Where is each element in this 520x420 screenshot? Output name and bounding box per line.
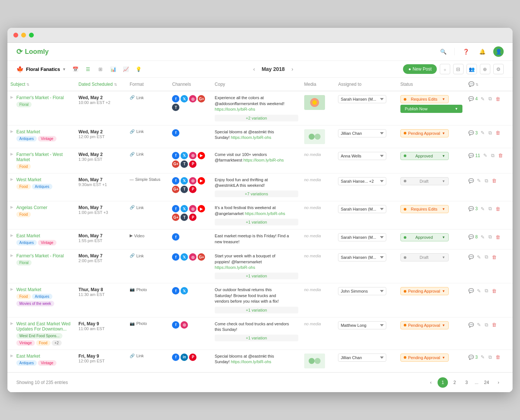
- status-chevron[interactable]: ▼: [442, 154, 445, 158]
- user-avatar[interactable]: 👤: [493, 46, 504, 57]
- delete-button[interactable]: 🗑: [491, 254, 497, 261]
- page-2-button[interactable]: 2: [449, 377, 460, 388]
- subject-name[interactable]: East Market: [16, 129, 58, 134]
- settings-icon[interactable]: ⚙: [493, 64, 504, 74]
- close-button[interactable]: [13, 33, 18, 38]
- status-chevron[interactable]: ▼: [442, 356, 445, 359]
- copy-button[interactable]: ⧉: [488, 205, 493, 212]
- variation-badge[interactable]: +2 variation: [215, 115, 298, 121]
- analytics-view-icon[interactable]: 📈: [121, 64, 131, 74]
- variation-badge[interactable]: +1 variation: [215, 273, 298, 279]
- assigned-select[interactable]: Sarah Hansen (M...: [338, 95, 386, 103]
- variation-badge[interactable]: +7 variations: [215, 191, 298, 197]
- delete-button[interactable]: 🗑: [495, 234, 501, 241]
- export-icon[interactable]: ⊟: [453, 64, 464, 74]
- copy-link[interactable]: https://loom.ly/biR-ohs: [215, 107, 255, 111]
- edit-button[interactable]: ✎: [476, 177, 482, 184]
- next-page-button[interactable]: ›: [493, 377, 504, 388]
- delete-button[interactable]: 🗑: [491, 287, 497, 294]
- row-expand-icon[interactable]: ▶: [10, 129, 15, 133]
- subject-name[interactable]: East Market: [16, 233, 58, 238]
- subject-name[interactable]: West and East Market Wed Updates For Dow…: [16, 321, 72, 332]
- chart-view-icon[interactable]: 📊: [108, 64, 118, 74]
- variation-badge[interactable]: +1 variation: [215, 219, 298, 225]
- subject-name[interactable]: West Market: [16, 287, 72, 292]
- edit-button[interactable]: ✎: [476, 287, 482, 294]
- copy-link[interactable]: https://loom.ly/biR-ohs: [231, 359, 271, 364]
- delete-button[interactable]: 🗑: [495, 129, 501, 136]
- subject-name[interactable]: Farmer's Market - Floral: [16, 95, 64, 100]
- edit-button[interactable]: ✎: [480, 205, 485, 212]
- row-expand-icon[interactable]: ▶: [10, 253, 15, 257]
- status-chevron[interactable]: ▼: [442, 289, 445, 293]
- grid-view-icon[interactable]: ⊞: [96, 64, 105, 74]
- page-1-button[interactable]: 1: [438, 377, 448, 388]
- edit-button[interactable]: ✎: [482, 152, 488, 159]
- assigned-select[interactable]: Jillian Chan: [338, 354, 386, 362]
- row-expand-icon[interactable]: ▶: [10, 321, 15, 325]
- page-24-button[interactable]: 24: [481, 377, 492, 388]
- delete-button[interactable]: 🗑: [495, 95, 501, 102]
- delete-button[interactable]: 🗑: [497, 152, 504, 159]
- copy-button[interactable]: ⧉: [484, 287, 489, 294]
- status-chevron[interactable]: ▼: [442, 179, 445, 183]
- status-chevron[interactable]: ▼: [442, 235, 445, 239]
- copy-link[interactable]: https://loom.ly/biR-ohs: [215, 265, 255, 270]
- delete-button[interactable]: 🗑: [495, 205, 501, 212]
- copy-button[interactable]: ⧉: [488, 129, 493, 137]
- edit-button[interactable]: ✎: [480, 129, 485, 136]
- copy-button[interactable]: ⧉: [488, 354, 493, 361]
- help-icon[interactable]: ❓: [461, 46, 471, 57]
- edit-button[interactable]: ✎: [476, 254, 482, 261]
- edit-button[interactable]: ✎: [480, 234, 485, 241]
- assigned-select[interactable]: Sarah Hansen (M...: [338, 253, 386, 261]
- copy-button[interactable]: ⧉: [490, 152, 495, 159]
- subject-name[interactable]: West Market: [16, 177, 53, 182]
- assigned-select[interactable]: Anna Wells: [338, 152, 386, 160]
- edit-button[interactable]: ✎: [480, 354, 485, 361]
- copy-link[interactable]: https://loom.ly/biR-ohs: [243, 158, 284, 162]
- ideas-view-icon[interactable]: 💡: [134, 64, 143, 74]
- delete-button[interactable]: 🗑: [491, 321, 497, 328]
- edit-button[interactable]: ✎: [480, 95, 485, 102]
- publish-now-button[interactable]: Publish Now ▼: [400, 105, 462, 113]
- copy-button[interactable]: ⧉: [484, 253, 489, 261]
- row-expand-icon[interactable]: ▶: [10, 152, 15, 156]
- list-view-icon[interactable]: ☰: [83, 64, 93, 74]
- notifications-icon[interactable]: 🔔: [477, 46, 487, 57]
- team-icon[interactable]: 👥: [467, 64, 477, 74]
- copy-button[interactable]: ⧉: [484, 321, 489, 329]
- assigned-select[interactable]: Sarah Hansen (M...: [338, 205, 386, 213]
- copy-button[interactable]: ⧉: [488, 95, 493, 102]
- integrations-icon[interactable]: ⊕: [480, 64, 490, 74]
- row-expand-icon[interactable]: ▶: [10, 354, 15, 358]
- minimize-button[interactable]: [21, 33, 26, 38]
- assigned-select[interactable]: Sarah Hanse... +2: [338, 177, 386, 185]
- assigned-select[interactable]: John Simmons: [338, 287, 386, 295]
- new-post-button[interactable]: ● New Post: [403, 64, 437, 74]
- subject-name[interactable]: Farmer's Market - West Market: [16, 152, 72, 162]
- brand-selector[interactable]: 🍁 Floral Fanatics ▼: [16, 66, 66, 73]
- assigned-select[interactable]: Matthew Long: [338, 321, 386, 329]
- variation-badge[interactable]: +1 variation: [215, 335, 298, 341]
- row-expand-icon[interactable]: ▶: [10, 95, 15, 99]
- status-chevron[interactable]: ▼: [442, 207, 445, 211]
- edit-button[interactable]: ✎: [476, 321, 482, 328]
- status-chevron[interactable]: ▼: [442, 255, 445, 259]
- row-expand-icon[interactable]: ▶: [10, 177, 15, 181]
- copy-link[interactable]: https://loom.ly/biR-ohs: [231, 135, 271, 140]
- status-chevron[interactable]: ▼: [442, 323, 445, 327]
- status-chevron[interactable]: ▼: [442, 97, 445, 101]
- next-month-button[interactable]: ›: [289, 65, 296, 73]
- subject-name[interactable]: Angelas Corner: [16, 205, 47, 210]
- prev-page-button[interactable]: ‹: [426, 377, 436, 388]
- assigned-select[interactable]: Sarah Hansen (M...: [338, 233, 386, 241]
- copy-link[interactable]: https://loom.ly/biR-ohs: [245, 211, 285, 216]
- search-icon[interactable]: 🔍: [438, 46, 448, 57]
- page-3-button[interactable]: 3: [461, 377, 472, 388]
- filter-icon[interactable]: ⬦: [440, 64, 450, 74]
- row-expand-icon[interactable]: ▶: [10, 233, 15, 237]
- row-expand-icon[interactable]: ▶: [10, 205, 15, 209]
- delete-button[interactable]: 🗑: [495, 354, 501, 361]
- row-expand-icon[interactable]: ▶: [10, 287, 15, 291]
